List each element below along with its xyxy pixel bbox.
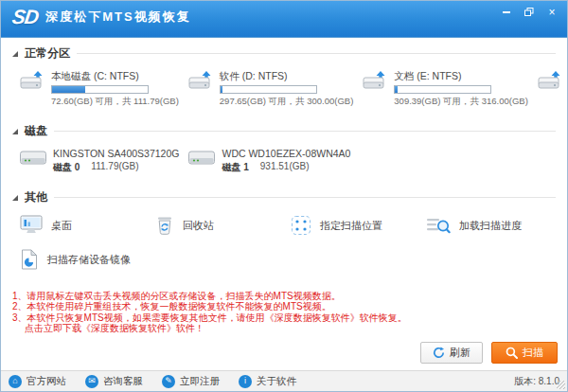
app-window: SD 深度松下MTS视频恢复 × 正常分区	[0, 0, 568, 392]
scan-image-icon	[20, 249, 39, 270]
partition-name: 软件 (D: NTFS)	[220, 70, 354, 83]
headset-icon: ✉	[85, 375, 98, 388]
refresh-label: 刷新	[450, 346, 470, 360]
other-item-label: 加载扫描进度	[459, 219, 522, 233]
capacity-bar-fill	[395, 86, 398, 93]
version-label: 版本: 8.1.0	[514, 375, 559, 388]
minimize-icon	[503, 11, 510, 13]
other-item-load-progress[interactable]: 加载扫描进度	[424, 212, 554, 239]
partition-item-c[interactable]: 本地磁盘 (C: NTFS) 72.60(GB) 可用，共 111.79(GB)	[18, 68, 181, 110]
partition-item-f[interactable]: 娱乐 (F: NTFS) 310.81(GB) 可用，共 315.51(GB)	[536, 68, 568, 110]
disk-size: 111.79(GB)	[91, 161, 138, 174]
notice-line-2: 2、本软件使用碎片重组技术，恢复一般数据恢复软件不能恢复的MTS视频。	[12, 301, 556, 312]
section-disks-header: 磁盘	[1, 116, 567, 144]
globe-icon: ⌂	[9, 375, 22, 388]
footer-link-about[interactable]: i 关于软件	[239, 375, 296, 388]
window-controls: ×	[497, 5, 561, 19]
maximize-button[interactable]	[520, 5, 539, 19]
capacity-bar	[220, 85, 317, 94]
expand-triangle-icon[interactable]	[12, 51, 18, 57]
disk-size: 931.51(GB)	[260, 161, 310, 174]
close-button[interactable]: ×	[542, 5, 561, 19]
notice-line-1: 1、请用鼠标左键双击丢失视频的分区或存储设备，扫描丢失的MTS视频数据。	[12, 291, 556, 302]
app-logo-icon: SD	[10, 6, 40, 28]
notice-block: 1、请用鼠标左键双击丢失视频的分区或存储设备，扫描丢失的MTS视频数据。 2、本…	[1, 287, 567, 337]
section-title: 其他	[25, 189, 47, 205]
partition-drive-icon	[363, 70, 387, 91]
disk-label: 磁盘 1	[222, 161, 248, 174]
other-item-label: 扫描存储设备镜像	[47, 253, 131, 267]
footer-link-label: 咨询客服	[103, 375, 143, 388]
footer-link-label: 关于软件	[257, 375, 296, 388]
section-partitions-header: 正常分区	[1, 38, 567, 66]
section-divider	[77, 53, 556, 54]
action-bar: 刷新 扫描	[1, 336, 567, 370]
hdd-icon	[188, 148, 215, 167]
load-progress-icon	[426, 215, 451, 236]
refresh-button[interactable]: 刷新	[420, 342, 483, 364]
register-user-icon: ✎	[162, 375, 175, 388]
notice-line-3: 3、本软件只恢复MTS视频，如果需要恢复其他文件，请使用《深度数据恢复软件》软件…	[12, 312, 556, 324]
other-item-label: 回收站	[183, 219, 214, 233]
download-link[interactable]: 点击立即下载《深度数据恢复软件》软件！	[12, 323, 556, 334]
partition-drive-icon	[20, 70, 44, 91]
footer-link-register[interactable]: ✎ 立即注册	[162, 375, 220, 388]
partition-item-d[interactable]: 软件 (D: NTFS) 297.65(GB) 可用，共 300.00(GB)	[186, 68, 356, 110]
title-bar: SD 深度松下MTS视频恢复 ×	[1, 1, 567, 37]
capacity-bar-fill	[52, 86, 85, 93]
capacity-bar-fill	[221, 86, 222, 93]
capacity-bar	[394, 85, 491, 94]
footer-link-customer-service[interactable]: ✉ 咨询客服	[85, 375, 143, 388]
partition-grid: 本地磁盘 (C: NTFS) 72.60(GB) 可用，共 111.79(GB)…	[1, 66, 567, 116]
resize-grip[interactable]	[557, 381, 565, 389]
disk-grid: KINGSTON SA400S37120G 磁盘 0 111.79(GB) WD…	[1, 144, 567, 182]
hdd-icon	[20, 148, 46, 167]
disk-model: WDC WD10EZEX-08WN4A0	[222, 148, 350, 159]
others-grid: 桌面 回收站	[1, 210, 567, 275]
app-title: 深度松下MTS视频恢复	[45, 9, 190, 26]
footer-link-label: 官方网站	[27, 375, 66, 388]
footer-link-label: 立即注册	[180, 375, 220, 388]
refresh-icon	[433, 347, 445, 359]
partition-drive-icon	[538, 70, 562, 91]
expand-triangle-icon[interactable]	[12, 129, 18, 134]
disk-model: KINGSTON SA400S37120G	[53, 148, 179, 159]
info-icon: i	[239, 375, 252, 388]
other-item-desktop[interactable]: 桌面	[18, 212, 148, 239]
footer-link-official-site[interactable]: ⌂ 官方网站	[9, 375, 66, 388]
partition-name: 文档 (E: NTFS)	[394, 70, 528, 83]
partition-item-e[interactable]: 文档 (E: NTFS) 309.39(GB) 可用，共 316.00(GB)	[361, 68, 530, 110]
main-content: 正常分区 本地磁盘 (C: NTFS) 72.60(GB) 可用，共 111.7…	[1, 37, 567, 370]
partition-drive-icon	[188, 70, 213, 91]
partition-detail: 297.65(GB) 可用，共 300.00(GB)	[220, 96, 354, 108]
partition-detail: 72.60(GB) 可用，共 111.79(GB)	[51, 96, 179, 108]
partition-name: 本地磁盘 (C: NTFS)	[51, 70, 179, 83]
disk-item-0[interactable]: KINGSTON SA400S37120G 磁盘 0 111.79(GB)	[18, 146, 181, 176]
scan-location-icon	[291, 215, 311, 236]
desktop-icon	[20, 215, 43, 236]
section-divider	[54, 197, 556, 198]
minimize-button[interactable]	[497, 5, 516, 19]
other-item-label: 桌面	[51, 219, 72, 233]
section-title: 正常分区	[25, 45, 70, 62]
recycle-bin-icon	[155, 215, 174, 236]
scan-button[interactable]: 扫描	[491, 342, 558, 364]
scan-magnifier-icon	[506, 347, 518, 359]
section-others-header: 其他	[1, 182, 567, 210]
other-item-recycle-bin[interactable]: 回收站	[153, 212, 283, 239]
other-item-label: 指定扫描位置	[320, 219, 382, 233]
maximize-icon	[524, 8, 534, 17]
disk-item-1[interactable]: WDC WD10EZEX-08WN4A0 磁盘 1 931.51(GB)	[186, 146, 352, 176]
capacity-bar	[51, 85, 149, 94]
status-bar: ⌂ 官方网站 ✉ 咨询客服 ✎ 立即注册 i 关于软件 版本: 8.1.0	[1, 370, 567, 391]
other-item-scan-image[interactable]: 扫描存储设备镜像	[18, 246, 148, 273]
section-title: 磁盘	[25, 123, 47, 139]
disk-label: 磁盘 0	[53, 161, 80, 174]
scan-label: 扫描	[523, 346, 543, 360]
other-item-scan-location[interactable]: 指定扫描位置	[289, 212, 418, 239]
expand-triangle-icon[interactable]	[12, 195, 18, 201]
section-divider	[54, 131, 556, 132]
partition-detail: 309.39(GB) 可用，共 316.00(GB)	[394, 96, 528, 108]
